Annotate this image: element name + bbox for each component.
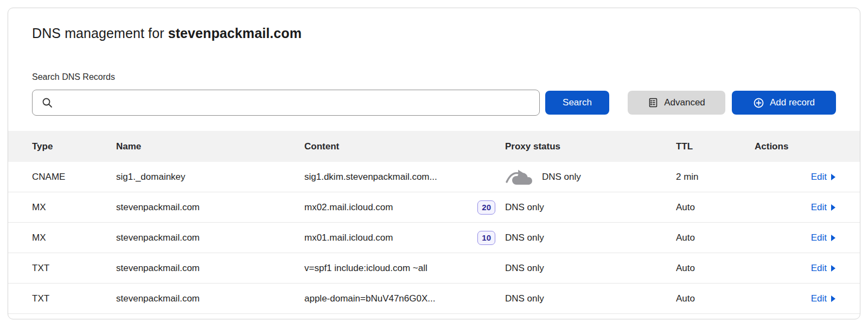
- record-content-text: apple-domain=bNuV47n6G0X...: [304, 293, 435, 304]
- header-name: Name: [116, 141, 304, 152]
- caret-right-icon: [830, 265, 836, 272]
- record-proxy-status: DNS only: [505, 232, 676, 243]
- table-body: CNAME sig1._domainkey sig1.dkim.stevenpa…: [8, 162, 860, 314]
- header-type: Type: [32, 141, 116, 152]
- mx-priority-badge: 20: [477, 200, 495, 215]
- record-name: stevenpackmail.com: [116, 232, 304, 243]
- edit-link[interactable]: Edit: [811, 263, 836, 274]
- mx-priority-badge: 10: [477, 231, 495, 245]
- header-ttl: TTL: [676, 141, 755, 152]
- caret-right-icon: [830, 295, 836, 303]
- search-box: [32, 90, 540, 116]
- proxy-status-text: DNS only: [505, 263, 544, 274]
- edit-link[interactable]: Edit: [811, 202, 836, 213]
- record-ttl: Auto: [676, 293, 755, 304]
- record-content-text: mx01.mail.icloud.com: [304, 232, 393, 243]
- cloud-arrow-icon: [505, 168, 534, 186]
- advanced-button[interactable]: Advanced: [628, 91, 725, 115]
- record-actions: Edit: [755, 172, 836, 183]
- record-type: MX: [32, 232, 116, 243]
- record-name: stevenpackmail.com: [116, 263, 304, 274]
- proxy-status-text: DNS only: [542, 172, 581, 183]
- record-actions: Edit: [755, 263, 836, 274]
- caret-right-icon: [830, 173, 836, 181]
- edit-link-label: Edit: [811, 172, 827, 183]
- table-row: MX stevenpackmail.com mx02.mail.icloud.c…: [8, 192, 860, 223]
- table-row: TXT stevenpackmail.com apple-domain=bNuV…: [8, 284, 860, 314]
- table-header-row: Type Name Content Proxy status TTL Actio…: [8, 131, 860, 162]
- table-row: MX stevenpackmail.com mx01.mail.icloud.c…: [8, 223, 860, 253]
- edit-link-label: Edit: [811, 232, 827, 243]
- record-proxy-status: DNS only: [505, 168, 676, 186]
- caret-right-icon: [830, 234, 836, 242]
- search-button[interactable]: Search: [545, 91, 609, 115]
- page-title-domain: stevenpackmail.com: [168, 26, 302, 41]
- record-content: apple-domain=bNuV47n6G0X...: [304, 293, 505, 304]
- record-content-text: sig1.dkim.stevenpackmail.com...: [304, 172, 437, 183]
- search-toolbar: Search Advanced Add record: [8, 90, 860, 116]
- add-record-button-label: Add record: [770, 97, 815, 108]
- dns-records-table: Type Name Content Proxy status TTL Actio…: [8, 131, 860, 314]
- record-type: CNAME: [32, 172, 116, 183]
- edit-link[interactable]: Edit: [811, 293, 836, 304]
- record-actions: Edit: [755, 202, 836, 213]
- record-proxy-status: DNS only: [505, 293, 676, 304]
- record-type: MX: [32, 202, 116, 213]
- page-title: DNS management for stevenpackmail.com: [8, 8, 860, 41]
- record-content-text: v=spf1 include:icloud.com ~all: [304, 263, 427, 274]
- advanced-button-label: Advanced: [664, 97, 705, 108]
- record-proxy-status: DNS only: [505, 263, 676, 274]
- record-actions: Edit: [755, 232, 836, 243]
- proxy-status-text: DNS only: [505, 232, 544, 243]
- dns-management-card: DNS management for stevenpackmail.com Se…: [8, 8, 860, 319]
- header-proxy-status: Proxy status: [505, 141, 676, 152]
- record-type: TXT: [32, 293, 116, 304]
- record-ttl: Auto: [676, 263, 755, 274]
- record-content: mx01.mail.icloud.com 10: [304, 231, 505, 245]
- record-ttl: Auto: [676, 202, 755, 213]
- record-content: sig1.dkim.stevenpackmail.com...: [304, 172, 505, 183]
- record-ttl: Auto: [676, 232, 755, 243]
- proxy-status-text: DNS only: [505, 202, 544, 213]
- proxy-status-text: DNS only: [505, 293, 544, 304]
- record-name: sig1._domainkey: [116, 172, 304, 183]
- record-ttl: 2 min: [676, 172, 755, 183]
- edit-link-label: Edit: [811, 293, 827, 304]
- table-row: CNAME sig1._domainkey sig1.dkim.stevenpa…: [8, 162, 860, 192]
- header-content: Content: [304, 141, 505, 152]
- record-actions: Edit: [755, 293, 836, 304]
- header-actions: Actions: [755, 141, 836, 152]
- edit-link-label: Edit: [811, 202, 827, 213]
- edit-link[interactable]: Edit: [811, 172, 836, 183]
- record-content: v=spf1 include:icloud.com ~all: [304, 263, 505, 274]
- search-input[interactable]: [33, 90, 539, 115]
- caret-right-icon: [830, 204, 836, 211]
- search-icon: [41, 97, 53, 109]
- edit-link-label: Edit: [811, 263, 827, 274]
- record-proxy-status: DNS only: [505, 202, 676, 213]
- record-type: TXT: [32, 263, 116, 274]
- plus-circle-icon: [753, 97, 764, 109]
- search-label: Search DNS Records: [8, 71, 860, 83]
- record-name: stevenpackmail.com: [116, 293, 304, 304]
- list-document-icon: [648, 97, 659, 108]
- record-content: mx02.mail.icloud.com 20: [304, 200, 505, 215]
- record-name: stevenpackmail.com: [116, 202, 304, 213]
- page-title-prefix: DNS management for: [32, 26, 168, 41]
- record-content-text: mx02.mail.icloud.com: [304, 202, 393, 213]
- add-record-button[interactable]: Add record: [732, 91, 836, 115]
- edit-link[interactable]: Edit: [811, 232, 836, 243]
- table-row: TXT stevenpackmail.com v=spf1 include:ic…: [8, 253, 860, 284]
